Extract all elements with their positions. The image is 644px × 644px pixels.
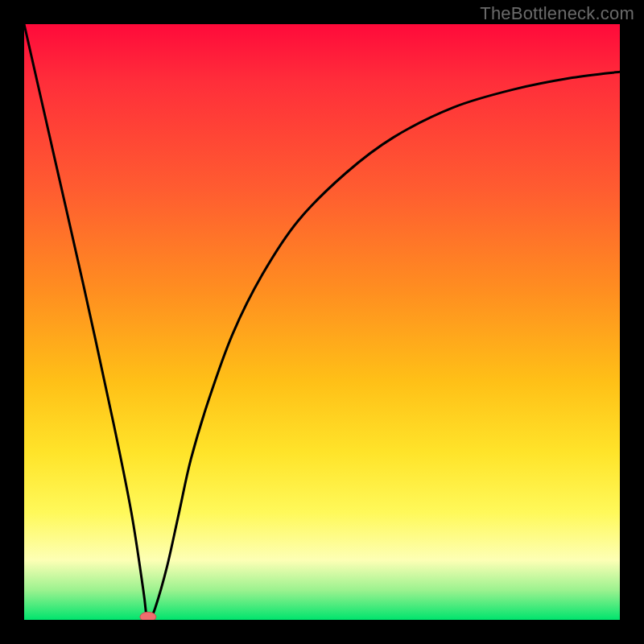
plot-area — [24, 24, 620, 620]
curve-svg — [24, 24, 620, 620]
markers-group — [140, 612, 156, 620]
chart-frame: TheBottleneck.com — [0, 0, 644, 644]
marker-optimal-point — [140, 612, 156, 620]
bottleneck-curve — [24, 24, 620, 620]
watermark-text: TheBottleneck.com — [480, 3, 634, 24]
bottleneck-curve-path — [24, 24, 620, 620]
